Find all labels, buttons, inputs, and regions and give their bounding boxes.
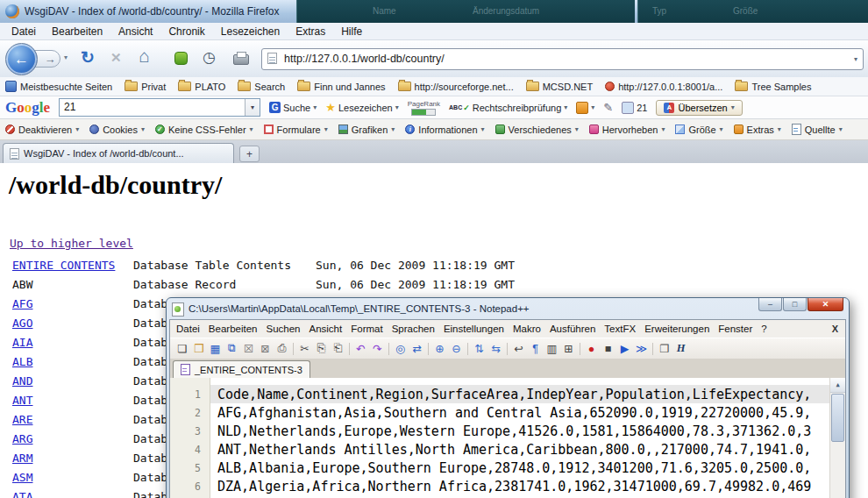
menu-bearbeiten[interactable]: Bearbeiten <box>44 23 110 40</box>
editor-scrollbar[interactable]: ▲ <box>829 378 845 498</box>
url-text[interactable]: http://127.0.0.1/world-db/country/ <box>284 49 445 68</box>
scroll-up-icon[interactable]: ▲ <box>830 378 845 393</box>
menu-chronik[interactable]: Chronik <box>160 23 212 40</box>
npp-menu-makro[interactable]: Makro <box>509 324 545 334</box>
bookmark-folder-finn-und-jannes[interactable]: Finn und Jannes <box>297 82 385 92</box>
menu-datei[interactable]: Datei <box>4 23 44 40</box>
url-dropdown-icon[interactable]: ▾ <box>854 55 857 63</box>
menu-hilfe[interactable]: Hilfe <box>333 23 370 40</box>
scrollbar-thumb[interactable] <box>831 394 844 442</box>
entry-link[interactable]: AGO <box>12 314 133 333</box>
devbar-outline[interactable]: Hervorheben ▾ <box>589 125 665 135</box>
google-bookmarks-button[interactable]: ★ Lesezeichen ▾ <box>325 101 398 114</box>
npp-menu-ausfuehren[interactable]: Ausführen <box>545 324 600 334</box>
devbar-cookies[interactable]: Cookies ▾ <box>89 125 145 135</box>
devbar-viewsource[interactable]: Quellte ▾ <box>792 124 843 135</box>
pagerank-widget[interactable]: PageRank <box>408 100 440 116</box>
entry-link[interactable]: ATA <box>12 487 133 498</box>
autofill-button[interactable]: ▾ <box>576 102 594 114</box>
translate-button[interactable]: A Übersetzen ▾ <box>656 100 742 116</box>
npp-menu-format[interactable]: Format <box>346 324 387 334</box>
back-button[interactable]: ← <box>5 43 38 75</box>
npp-menu-ansicht[interactable]: Ansicht <box>305 324 347 334</box>
entry-link[interactable]: AFG <box>12 295 133 314</box>
close-button[interactable]: ✕ <box>808 298 843 311</box>
run-multi-icon[interactable]: ≫ <box>634 341 649 356</box>
editor-area[interactable]: 1 Code,Name,Continent,Region,SurfaceArea… <box>170 378 845 498</box>
menu-ansicht[interactable]: Ansicht <box>110 23 160 40</box>
npp-menu-fenster[interactable]: Fenster <box>714 324 757 334</box>
google-search-button[interactable]: G Suche ▾ <box>269 102 317 113</box>
devbar-forms[interactable]: Formulare ▾ <box>264 125 328 135</box>
npp-menu-help[interactable]: ? <box>757 324 771 334</box>
devbar-css[interactable]: ✓ Keine CSS-Fehler ▾ <box>155 125 253 135</box>
copy-icon[interactable]: ⎘ <box>314 341 329 356</box>
highlight-counter[interactable]: 21 <box>622 102 647 114</box>
npp-menu-erweiterungen[interactable]: Erweiterungen <box>640 324 714 334</box>
undo-icon[interactable]: ↶ <box>353 341 368 356</box>
html-preview-icon[interactable]: H <box>673 341 688 356</box>
entry-link[interactable]: ALB <box>12 352 133 372</box>
devbar-images[interactable]: Grafiken ▾ <box>338 125 395 135</box>
record-macro-icon[interactable]: ● <box>584 341 599 356</box>
devbar-information[interactable]: i Informationen ▾ <box>405 125 484 135</box>
history-clock-icon[interactable]: ◷ <box>203 48 216 67</box>
new-tab-button[interactable]: + <box>239 146 260 162</box>
bookmark-folder-mcsd[interactable]: MCSD.NET <box>526 82 593 92</box>
entry-link[interactable]: AIA <box>12 333 133 352</box>
save-icon[interactable]: ▦ <box>208 341 223 356</box>
sync-vertical-icon[interactable]: ⇅ <box>472 341 487 356</box>
reload-button[interactable]: ↻ <box>81 47 95 68</box>
bookmark-folder-privat[interactable]: Privat <box>125 82 166 92</box>
document-close-x[interactable]: X <box>832 324 838 334</box>
new-file-icon[interactable]: ❏ <box>174 341 189 356</box>
entry-link[interactable]: ENTIRE CONTENTS <box>12 256 133 275</box>
menu-extras[interactable]: Extras <box>288 23 333 40</box>
document-tab[interactable]: _ENTIRE_CONTENTS-3 <box>173 360 310 378</box>
pencil-icon[interactable]: ✎ <box>603 101 613 114</box>
npp-menu-sprachen[interactable]: Sprachen <box>388 324 439 334</box>
bookmark-folder-sourceforge[interactable]: http://sourceforge.net... <box>398 82 514 92</box>
entry-link[interactable]: AND <box>12 372 133 391</box>
spellcheck-button[interactable]: ABC ✓ Rechtschreibprüfung ▾ <box>449 103 567 113</box>
addon-leaf-icon[interactable] <box>174 52 188 65</box>
npp-menu-bearbeiten[interactable]: Bearbeiten <box>204 324 262 334</box>
replace-icon[interactable]: ⇄ <box>409 341 424 356</box>
close-all-icon[interactable]: ⊠ <box>258 341 273 356</box>
home-button[interactable]: ⌂ <box>139 46 150 67</box>
user-panel-icon[interactable]: ⊞ <box>561 341 576 356</box>
history-dropdown-icon[interactable]: ▾ <box>64 53 68 61</box>
fullscreen-icon[interactable]: ❐ <box>657 341 672 356</box>
bookmark-localhost-8001[interactable]: http://127.0.0.1:8001/a... <box>605 82 722 92</box>
search-dropdown-icon[interactable]: ▾ <box>245 99 260 116</box>
close-file-icon[interactable]: ☒ <box>241 341 256 356</box>
show-symbols-icon[interactable]: ¶ <box>528 341 543 356</box>
entry-link[interactable]: ARG <box>12 430 133 449</box>
bookmark-folder-tree-samples[interactable]: Tree Samples <box>735 82 811 92</box>
zoom-out-icon[interactable]: ⊖ <box>449 341 464 356</box>
indent-guide-icon[interactable]: ▥ <box>544 341 559 356</box>
minimize-button[interactable]: – <box>758 298 782 311</box>
find-icon[interactable]: ◎ <box>393 341 408 356</box>
devbar-tools[interactable]: Extras ▾ <box>734 125 781 135</box>
devbar-miscellaneous[interactable]: Verschiedenes ▾ <box>495 125 579 135</box>
npp-menu-textfx[interactable]: TextFX <box>600 324 640 334</box>
bookmark-most-visited[interactable]: Meistbesuchte Seiten <box>5 81 112 92</box>
npp-menu-datei[interactable]: Datei <box>172 324 204 334</box>
bookmark-folder-plato[interactable]: PLATO <box>178 82 225 92</box>
url-bar[interactable]: http://127.0.0.1/world-db/country/ ▾ <box>261 48 864 70</box>
bookmark-folder-search[interactable]: Search <box>238 82 285 92</box>
devbar-resize[interactable]: Größe ▾ <box>675 125 722 135</box>
entry-link[interactable]: ARE <box>12 410 133 430</box>
print-button[interactable] <box>233 54 249 65</box>
print-icon[interactable]: ⎙ <box>274 341 289 356</box>
stop-macro-icon[interactable]: ■ <box>601 341 615 356</box>
devbar-disable[interactable]: Deaktivieren ▾ <box>5 125 79 135</box>
npp-menu-suchen[interactable]: Suchen <box>261 324 304 334</box>
forward-button[interactable]: → <box>34 50 60 68</box>
redo-icon[interactable]: ↷ <box>370 341 385 356</box>
entry-link[interactable]: ANT <box>12 391 133 410</box>
stop-button[interactable]: ✕ <box>110 50 122 66</box>
zoom-in-icon[interactable]: ⊕ <box>432 341 447 356</box>
active-tab[interactable]: WsgiDAV - Index of /world-db/count... <box>3 143 234 163</box>
